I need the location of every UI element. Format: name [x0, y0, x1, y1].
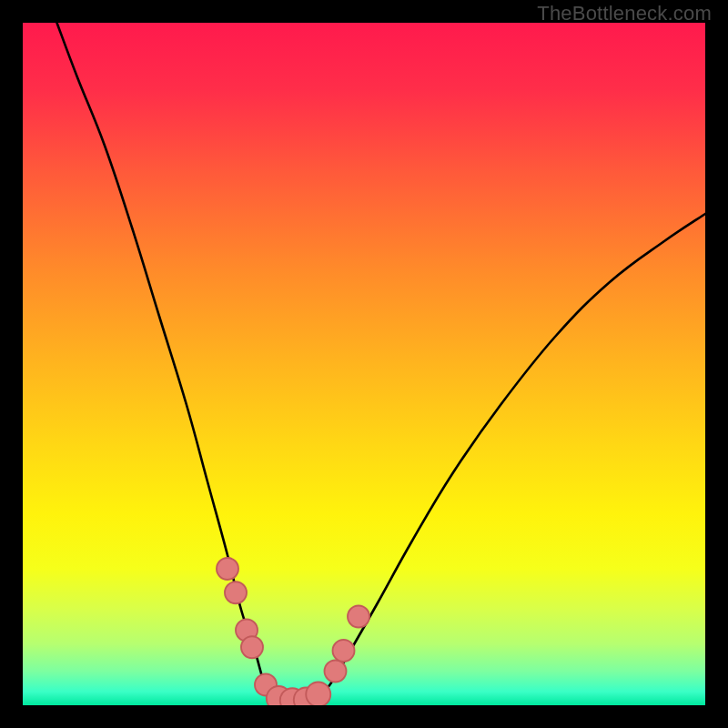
marker-point [325, 661, 347, 682]
marker-point [333, 640, 355, 662]
outer-frame: TheBottleneck.com [0, 0, 728, 728]
plot-area [23, 23, 705, 705]
bottleneck-curve [57, 23, 706, 703]
valley-markers [217, 558, 369, 705]
marker-point [217, 558, 238, 580]
marker-point [306, 682, 330, 706]
marker-point [241, 636, 263, 658]
marker-point [225, 581, 247, 603]
marker-point [348, 606, 369, 628]
curve-layer [23, 23, 705, 705]
